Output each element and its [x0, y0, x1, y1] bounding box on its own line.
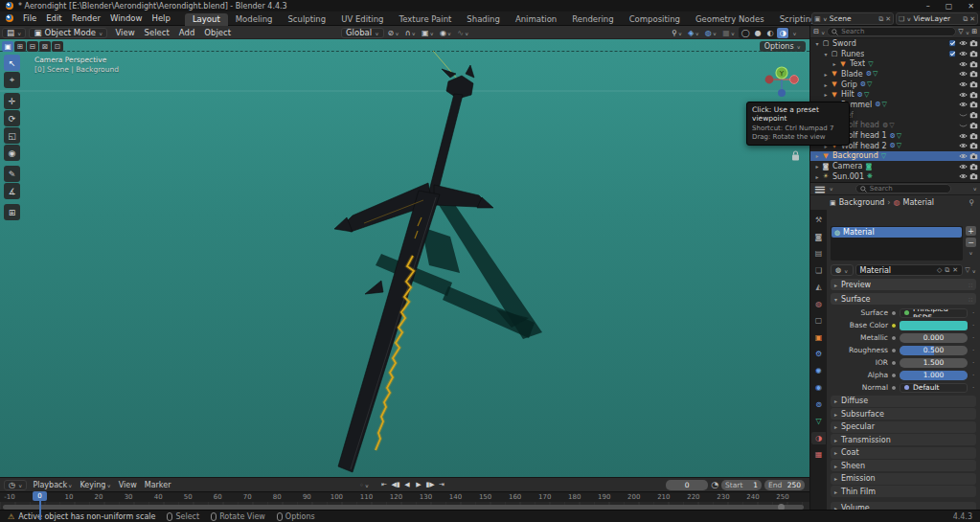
menu-help[interactable]: Help [147, 13, 174, 23]
section-subsurface[interactable]: ▸Subsurface [831, 408, 976, 420]
new-collection-icon[interactable]: ⊞ [971, 28, 977, 35]
eye-open-icon[interactable] [959, 91, 968, 99]
properties-search-input[interactable]: Search [855, 184, 951, 193]
orientation-dropdown[interactable]: Global ∨ [341, 28, 384, 38]
play-reverse-button[interactable]: ◀ [402, 479, 412, 489]
menu-file[interactable]: File [18, 13, 41, 23]
section-specular[interactable]: ▸Specular [831, 421, 976, 433]
disclosure-arrow[interactable]: ▸ [831, 60, 838, 67]
tab-animation[interactable]: Animation [508, 13, 564, 26]
falloff-icon[interactable]: ∿∨ [456, 29, 469, 37]
editor-type-button[interactable]: ▤ ∨ [2, 28, 26, 38]
tab-render[interactable]: ◙ [811, 231, 826, 243]
gizmo-x-pos[interactable] [790, 76, 799, 84]
timeline-editor-type-button[interactable]: ◷ ∨ [4, 480, 27, 490]
tool-measure[interactable]: ∡ [4, 183, 20, 199]
animate-property-icon[interactable]: · [970, 384, 976, 392]
property-enum-field[interactable]: Principled BSDF [900, 308, 968, 318]
slot-specials-icon[interactable]: ∨ [966, 250, 976, 256]
properties-options-icon[interactable]: ∨ [973, 186, 977, 192]
outliner-row-sun-001[interactable]: ▸☀Sun.001❋ [810, 171, 980, 182]
render-visibility-icon[interactable] [969, 70, 978, 78]
timeline-menu-playback[interactable]: Playback∨ [29, 481, 76, 489]
render-visibility-icon[interactable] [969, 132, 978, 140]
overlays-dropdown-icon[interactable]: ◍∨ [704, 29, 718, 37]
base-color-swatch[interactable] [900, 321, 968, 330]
disclosure-arrow[interactable]: ▸ [813, 173, 821, 180]
editor-properties-icon[interactable]: ≡ [813, 182, 826, 198]
tab-material[interactable]: ◑ [811, 432, 826, 444]
render-visibility-icon[interactable] [969, 80, 978, 88]
unlink-scene-icon[interactable]: ✕ [885, 15, 891, 23]
tab-particles[interactable]: ✺ [811, 365, 826, 377]
checkbox-icon[interactable] [948, 39, 957, 47]
material-slot-row[interactable]: ◍ Material [832, 227, 962, 238]
add-slot-button[interactable]: + [966, 226, 976, 236]
unlink-material-icon[interactable]: ✕ [952, 266, 958, 274]
section-volume[interactable]: ▸Volume [831, 502, 976, 510]
surface-panel-header[interactable]: ▾ Surface ∷ [831, 293, 976, 305]
render-visibility-icon[interactable] [969, 122, 978, 129]
render-visibility-icon[interactable] [969, 152, 978, 160]
breadcrumb-object[interactable]: Background [839, 198, 885, 207]
tab-layout[interactable]: Layout [185, 13, 228, 26]
jump-to-start-button[interactable]: ⇤ [379, 479, 389, 489]
play-button[interactable]: ▶ [414, 479, 423, 489]
browse-material-button[interactable]: ◍ ∨ [831, 264, 854, 276]
tab-rendering[interactable]: Rendering [564, 13, 621, 26]
minimize-button[interactable]: – [926, 2, 930, 11]
outliner-row-runes[interactable]: ▾▢Runes [810, 49, 980, 59]
render-visibility-icon[interactable] [969, 101, 978, 108]
tab-uv-editing[interactable]: UV Editing [333, 13, 391, 26]
select-mode-intersect-icon[interactable]: ⊡ [52, 41, 63, 52]
tool-add-cube[interactable]: ⊞ [4, 204, 20, 220]
tab-constraints[interactable]: ⊚ [811, 398, 826, 411]
disclosure-arrow[interactable]: ▾ [822, 51, 830, 57]
tab-physics[interactable]: ◉ [811, 381, 826, 394]
section-thin-film[interactable]: ▸Thin Film [831, 486, 976, 497]
copy-material-icon[interactable]: ⧉ [945, 266, 949, 274]
tool-transform[interactable]: ◉ [4, 145, 20, 161]
disclosure-arrow[interactable]: ▸ [813, 163, 821, 170]
select-mode-extend-icon[interactable]: ⊞ [14, 41, 26, 52]
tab-collection[interactable]: ▢ [811, 314, 826, 327]
viewlayer-selector[interactable]: ❏ ∨ ViewLayer ⧉ ✕ [896, 12, 978, 25]
tab-output[interactable]: ▤ [811, 247, 826, 260]
eye-closed-icon[interactable] [959, 111, 968, 119]
select-mode-subtract-icon[interactable]: ⊟ [27, 41, 38, 52]
frame-end-field[interactable]: End 250 [764, 480, 805, 490]
tab-scene[interactable]: ◭ [811, 281, 826, 293]
frame-start-field[interactable]: Start 1 [721, 480, 762, 490]
render-visibility-icon[interactable] [969, 50, 978, 57]
render-visibility-icon[interactable] [969, 91, 978, 99]
outliner-row-grip[interactable]: ▸▼Grip⚙▽ [810, 79, 980, 90]
tab-world[interactable]: ◍ [811, 298, 826, 310]
select-mode-invert-icon[interactable]: ⊠ [39, 41, 51, 52]
tab-modifiers[interactable]: ⚙ [811, 348, 826, 360]
navigation-gizmo[interactable]: Y [763, 64, 800, 102]
tool-scale[interactable]: ◱ [4, 127, 20, 144]
material-slot-list[interactable]: ◍ Material [831, 226, 963, 261]
render-visibility-icon[interactable] [969, 111, 978, 119]
scene-selector[interactable]: ▣ ∨ Scene ⧉ ✕ [811, 12, 894, 25]
viewport-menu-select[interactable]: Select [140, 28, 174, 37]
fake-user-icon[interactable]: ◇ [937, 266, 942, 274]
outliner-row-background[interactable]: ▸▼Background▽ [810, 151, 980, 162]
viewport-menu-add[interactable]: Add [174, 28, 199, 37]
eye-open-icon[interactable] [959, 163, 968, 170]
tab-sculpting[interactable]: Sculpting [280, 13, 333, 26]
auto-keying-button[interactable]: ◦ ∨ [358, 481, 370, 489]
sword-model-render[interactable] [0, 39, 809, 477]
menu-window[interactable]: Window [105, 13, 148, 23]
new-scene-icon[interactable]: ⧉ [878, 15, 883, 23]
section-emission[interactable]: ▸Emission [831, 473, 976, 485]
mode-dropdown[interactable]: ▣ Object Mode ∨ [29, 28, 107, 38]
section-sheen[interactable]: ▸Sheen [831, 460, 976, 471]
menu-edit[interactable]: Edit [41, 13, 66, 23]
app-menu-icon[interactable] [6, 14, 13, 22]
animate-property-icon[interactable]: · [970, 359, 976, 367]
use-preview-range-icon[interactable]: ◔ [711, 480, 718, 489]
tool-move[interactable]: ✛ [4, 93, 20, 109]
show-overlays-icon[interactable]: ◈∨ [687, 29, 700, 37]
current-frame-field[interactable]: 0 [666, 480, 708, 490]
